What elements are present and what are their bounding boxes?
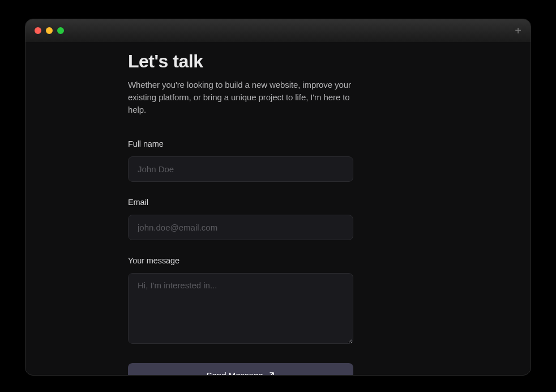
window-content: Let's talk Whether you're looking to bui… [25, 42, 531, 375]
email-label: Email [128, 198, 353, 207]
traffic-lights [35, 27, 64, 34]
minimize-window-button[interactable] [46, 27, 53, 34]
page-title: Let's talk [128, 51, 353, 72]
app-window: + Let's talk Whether you're looking to b… [25, 19, 531, 376]
window-titlebar: + [25, 19, 531, 42]
email-input[interactable] [128, 215, 353, 240]
send-message-button[interactable]: Send Message [128, 363, 353, 375]
field-email: Email [128, 198, 353, 240]
message-label: Your message [128, 256, 353, 265]
message-textarea[interactable] [128, 273, 353, 344]
fullname-input[interactable] [128, 156, 353, 182]
submit-label: Send Message [206, 370, 263, 375]
maximize-window-button[interactable] [57, 27, 64, 34]
contact-form: Let's talk Whether you're looking to bui… [128, 51, 353, 375]
new-tab-button[interactable]: + [515, 25, 521, 36]
field-message: Your message [128, 256, 353, 346]
field-fullname: Full name [128, 139, 353, 182]
fullname-label: Full name [128, 139, 353, 148]
page-subtext: Whether you're looking to build a new we… [128, 79, 353, 117]
arrow-up-right-icon [268, 370, 275, 375]
plus-icon: + [515, 24, 521, 37]
close-window-button[interactable] [35, 27, 41, 34]
